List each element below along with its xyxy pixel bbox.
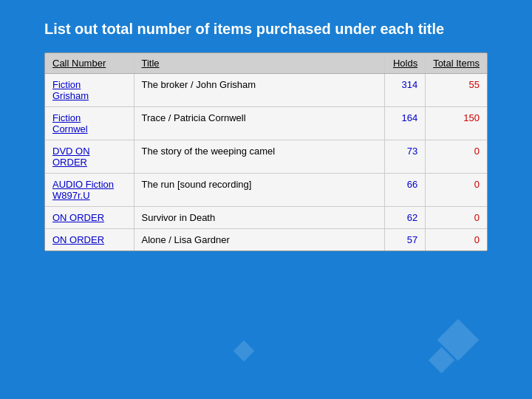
cell-title: The story of the weeping camel [134, 140, 385, 174]
table-header-row: Call Number Title Holds Total Items [45, 53, 487, 74]
cell-total-items: 0 [426, 229, 487, 251]
cell-callnumber: Fiction Cornwel [45, 107, 134, 140]
cell-total-items: 0 [426, 140, 487, 174]
cell-holds: 62 [385, 207, 426, 229]
table-row: ON ORDERSurvivor in Death620 [45, 207, 487, 229]
cell-title: The broker / John Grisham [134, 74, 385, 107]
cell-total-items: 55 [426, 74, 487, 107]
col-header-title: Title [134, 53, 385, 74]
cell-title: Survivor in Death [134, 207, 385, 229]
page-title: List out total number of items purchased… [0, 0, 532, 52]
col-header-callnumber: Call Number [45, 53, 134, 74]
cell-total-items: 0 [426, 207, 487, 229]
cell-holds: 57 [385, 229, 426, 251]
table-row: DVD ON ORDERThe story of the weeping cam… [45, 140, 487, 174]
cell-callnumber: DVD ON ORDER [45, 140, 134, 174]
cell-callnumber: ON ORDER [45, 229, 134, 251]
table-row: Fiction GrishamThe broker / John Grisham… [45, 74, 487, 107]
cell-total-items: 150 [426, 107, 487, 140]
cell-holds: 73 [385, 140, 426, 174]
cell-holds: 164 [385, 107, 426, 140]
cell-title: Trace / Patricia Cornwell [134, 107, 385, 140]
cell-holds: 314 [385, 74, 426, 107]
col-header-holds: Holds [385, 53, 426, 74]
data-table-container: Call Number Title Holds Total Items Fict… [44, 52, 488, 251]
cell-callnumber: AUDIO Fiction W897r.U [45, 174, 134, 207]
col-header-total-items: Total Items [426, 53, 487, 74]
table-row: AUDIO Fiction W897r.UThe run [sound reco… [45, 174, 487, 207]
cell-callnumber: Fiction Grisham [45, 74, 134, 107]
table-row: Fiction CornwelTrace / Patricia Cornwell… [45, 107, 487, 140]
cell-total-items: 0 [426, 174, 487, 207]
table-row: ON ORDERAlone / Lisa Gardner570 [45, 229, 487, 251]
cell-title: The run [sound recording] [134, 174, 385, 207]
cell-title: Alone / Lisa Gardner [134, 229, 385, 251]
items-table: Call Number Title Holds Total Items Fict… [45, 53, 487, 250]
cell-callnumber: ON ORDER [45, 207, 134, 229]
decorative-diamond-3 [233, 341, 254, 361]
cell-holds: 66 [385, 174, 426, 207]
